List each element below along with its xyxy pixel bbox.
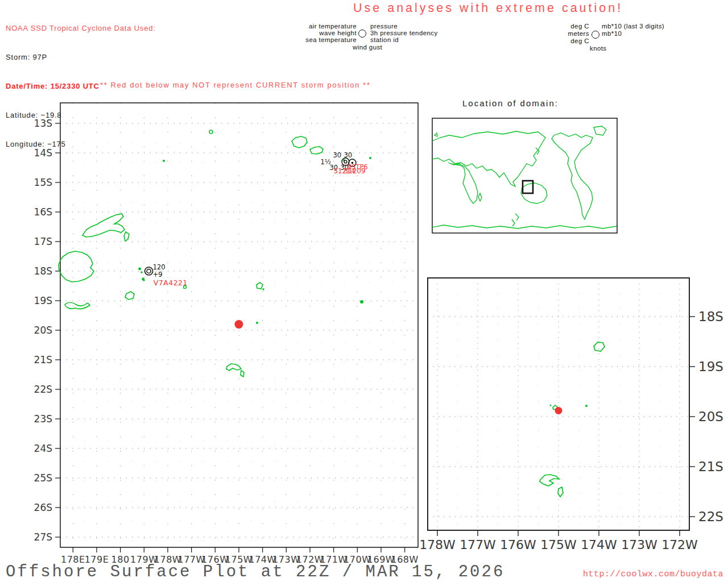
y-tick-label: 23S bbox=[34, 413, 52, 425]
world-map-inset bbox=[432, 118, 617, 233]
world-coastline bbox=[432, 131, 545, 186]
y-tick-label: 25S bbox=[34, 472, 52, 484]
storm-position-warning: ** Red dot below may NOT represent CURRE… bbox=[100, 81, 371, 89]
main-map: 178E179E180179W178W177W176W175W174W173W1… bbox=[60, 103, 418, 547]
legend-wave-height-label: wave height bbox=[319, 30, 357, 36]
legend-station-id-label: station id bbox=[370, 36, 399, 43]
y-tick-label: 19S bbox=[698, 359, 723, 374]
y-tick-label: 13S bbox=[34, 118, 52, 129]
island-coastline bbox=[82, 214, 125, 237]
world-coastline bbox=[594, 126, 606, 135]
island-speck bbox=[163, 160, 165, 162]
inset-frame bbox=[432, 118, 617, 233]
island-coastline bbox=[540, 475, 559, 486]
x-tick-label: 174W bbox=[581, 538, 617, 552]
world-coastline bbox=[435, 133, 437, 136]
island-speck bbox=[360, 300, 363, 304]
island-coastline bbox=[124, 232, 129, 241]
world-coastline bbox=[432, 225, 617, 228]
y-tick-label: 24S bbox=[34, 443, 52, 454]
island-coastline bbox=[310, 147, 323, 154]
storm-position-dot bbox=[234, 320, 243, 329]
legend-meters-label: meters bbox=[568, 30, 589, 37]
zoom-map: 178W177W176W175W174W173W172W18S19S20S21S… bbox=[428, 278, 689, 530]
legend-air-temperature-label: air temperature bbox=[309, 23, 357, 30]
station-id: V7A4221 bbox=[154, 278, 188, 287]
island-speck bbox=[209, 130, 213, 134]
y-tick-label: 14S bbox=[34, 147, 52, 159]
station-circle bbox=[145, 267, 153, 275]
island-speck bbox=[142, 278, 144, 281]
y-tick-label: 20S bbox=[698, 409, 723, 424]
island-speck bbox=[138, 268, 141, 271]
island-speck bbox=[262, 288, 264, 290]
source-url: http://coolwx.com/buoydata bbox=[583, 569, 723, 579]
legend-degc-sea-label: deg C bbox=[570, 38, 589, 44]
island-coastline bbox=[292, 136, 307, 148]
y-tick-label: 22S bbox=[698, 509, 723, 524]
island-coastline bbox=[241, 371, 244, 377]
offshore-surface-plot-page: NOAA SSD Tropical Cyclone Data Used: Sto… bbox=[0, 0, 728, 582]
caution-banner: Use analyses with extreme caution! bbox=[353, 1, 623, 15]
y-tick-label: 21S bbox=[698, 459, 723, 474]
station-circle-icon bbox=[592, 31, 599, 39]
island-coastline bbox=[257, 282, 263, 289]
island-coastline bbox=[558, 487, 563, 497]
station-id: 51209 bbox=[344, 167, 365, 175]
y-tick-label: 27S bbox=[34, 531, 52, 543]
header-storm-line: Storm: 97P bbox=[6, 53, 156, 61]
station-air-temp: 30 bbox=[333, 151, 341, 159]
world-coastline bbox=[448, 163, 478, 203]
header-source-line: NOAA SSD Tropical Cyclone Data Used: bbox=[6, 24, 156, 32]
legend-mb10-label: mb*10 bbox=[602, 30, 622, 37]
island-speck bbox=[369, 157, 371, 159]
legend-wind-gust-label: wind gust bbox=[353, 44, 382, 51]
y-tick-label: 17S bbox=[34, 236, 52, 247]
y-tick-label: 16S bbox=[34, 206, 52, 218]
island-coastline bbox=[226, 364, 241, 371]
x-tick-label: 177W bbox=[460, 538, 496, 552]
y-tick-label: 21S bbox=[34, 354, 52, 365]
world-coastline bbox=[478, 193, 482, 201]
station-pressure: 120 bbox=[153, 263, 166, 271]
island-speck bbox=[256, 322, 258, 324]
station-pressure: 30 bbox=[344, 151, 352, 159]
y-tick-label: 18S bbox=[698, 309, 723, 324]
island-speck bbox=[550, 405, 552, 406]
world-coastline bbox=[552, 133, 593, 219]
y-tick-label: 26S bbox=[34, 502, 52, 513]
y-tick-label: 22S bbox=[34, 384, 52, 395]
inset-title: Location of domain: bbox=[462, 98, 559, 108]
y-tick-label: 19S bbox=[34, 295, 52, 306]
x-tick-label: 173W bbox=[621, 538, 657, 552]
x-tick-label: 176W bbox=[500, 538, 536, 552]
station-circle-icon bbox=[358, 30, 366, 38]
x-tick-label: 172W bbox=[661, 538, 698, 552]
y-tick-label: 20S bbox=[34, 325, 52, 336]
island-speck bbox=[140, 271, 143, 273]
world-coastline bbox=[512, 214, 519, 226]
island-speck bbox=[585, 405, 588, 407]
plot-title: Offshore Surface Plot at 22Z / MAR 15, 2… bbox=[6, 563, 504, 581]
legend-degc-air-label: deg C bbox=[570, 23, 589, 30]
x-tick-label: 178W bbox=[419, 538, 456, 552]
station-pressure-tendency: +9 bbox=[153, 271, 163, 278]
island-coastline bbox=[65, 302, 90, 309]
legend-pressure-label: pressure bbox=[370, 23, 398, 30]
x-tick-label: 175W bbox=[540, 538, 577, 552]
y-tick-label: 18S bbox=[34, 265, 52, 277]
y-tick-label: 15S bbox=[34, 177, 52, 188]
legend-mb10-last3-label: mb*10 (last 3 digits) bbox=[602, 23, 664, 30]
legend-sea-temperature-label: sea temperature bbox=[305, 36, 357, 43]
island-coastline bbox=[59, 251, 94, 282]
legend-pressure-tendency-label: 3h pressure tendency bbox=[370, 30, 438, 36]
island-coastline bbox=[125, 292, 134, 300]
legend-knots-label: knots bbox=[590, 45, 607, 52]
domain-box bbox=[523, 181, 533, 193]
storm-position-dot bbox=[555, 407, 562, 414]
